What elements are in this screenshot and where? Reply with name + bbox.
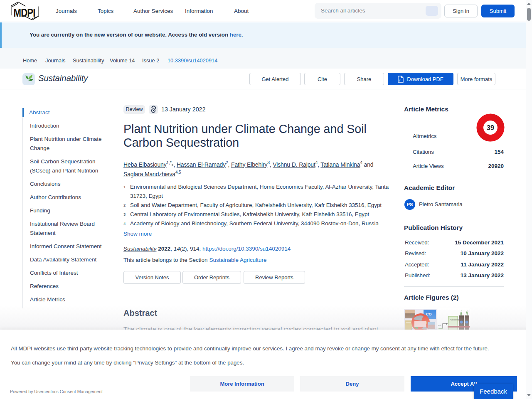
svg-text:MDPI: MDPI <box>14 7 35 19</box>
svg-text:39: 39 <box>487 124 494 131</box>
svg-text:ƒ: ƒ <box>399 79 401 82</box>
